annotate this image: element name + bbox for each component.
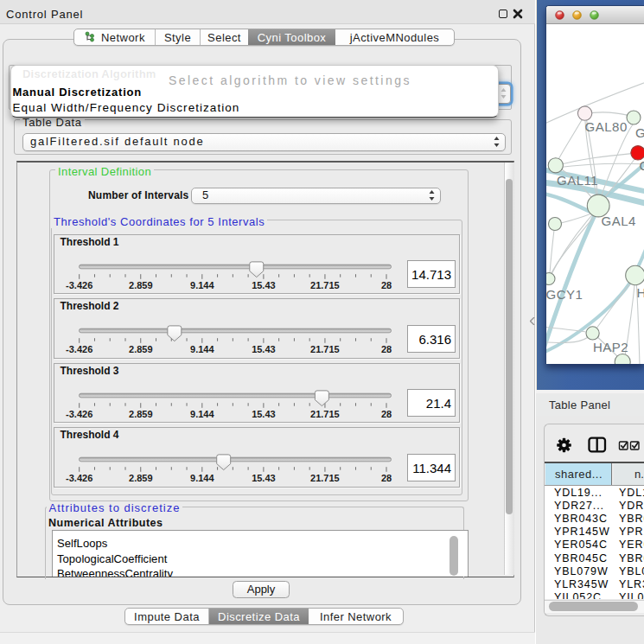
svg-text:HAP2: HAP2 — [593, 340, 628, 354]
svg-text:21.715: 21.715 — [310, 344, 340, 354]
svg-text:9.144: 9.144 — [190, 473, 214, 483]
svg-text:15.43: 15.43 — [252, 279, 276, 290]
svg-text:H: H — [637, 285, 644, 300]
svg-text:28: 28 — [380, 279, 391, 290]
svg-text:15.43: 15.43 — [252, 408, 276, 418]
svg-text:GAL4: GAL4 — [602, 214, 636, 228]
svg-text:GAL80: GAL80 — [585, 119, 628, 134]
svg-text:-3.426: -3.426 — [66, 408, 92, 418]
svg-text:15.43: 15.43 — [252, 344, 276, 354]
svg-text:C: C — [640, 158, 644, 173]
svg-text:2.859: 2.859 — [129, 473, 153, 483]
svg-text:GA: GA — [635, 125, 644, 140]
svg-text:GCY1: GCY1 — [546, 287, 583, 302]
svg-text:21.715: 21.715 — [310, 473, 340, 483]
svg-text:28: 28 — [380, 473, 391, 483]
svg-text:-3.426: -3.426 — [66, 473, 92, 483]
svg-text:-3.426: -3.426 — [66, 344, 92, 354]
svg-text:GAL11: GAL11 — [557, 173, 598, 188]
svg-text:15.43: 15.43 — [252, 473, 276, 483]
svg-text:21.715: 21.715 — [310, 279, 340, 290]
svg-text:9.144: 9.144 — [190, 344, 214, 354]
svg-text:2.859: 2.859 — [129, 344, 153, 354]
svg-text:28: 28 — [380, 344, 391, 354]
svg-text:21.715: 21.715 — [310, 408, 340, 418]
svg-text:9.144: 9.144 — [190, 279, 214, 290]
svg-text:2.859: 2.859 — [129, 279, 153, 290]
svg-text:28: 28 — [380, 408, 391, 418]
svg-text:9.144: 9.144 — [190, 408, 214, 418]
svg-text:-3.426: -3.426 — [66, 279, 92, 290]
svg-text:2.859: 2.859 — [129, 408, 153, 418]
